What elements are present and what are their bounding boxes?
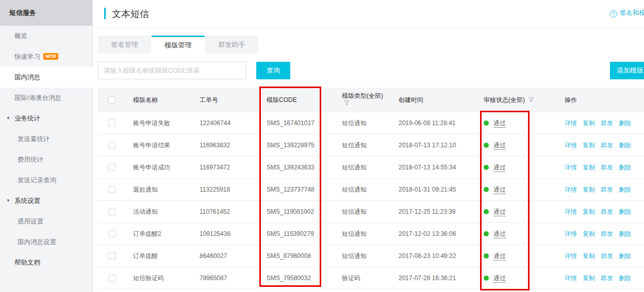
title-accent-bar bbox=[104, 8, 106, 19]
action-copy-link[interactable]: 复制 bbox=[583, 164, 595, 171]
action-detail-link[interactable]: 详情 bbox=[565, 230, 577, 237]
action-delete-link[interactable]: 删除 bbox=[619, 142, 631, 149]
action-detail-link[interactable]: 详情 bbox=[565, 164, 577, 171]
table-row: 订单提醒 86460027 SMS_87960008 短信通知 2017-08-… bbox=[98, 245, 644, 267]
action-detail-link[interactable]: 详情 bbox=[565, 186, 577, 193]
sidebar-group-business-stats[interactable]: ▼业务统计 bbox=[0, 108, 92, 129]
action-copy-link[interactable]: 复制 bbox=[583, 186, 595, 193]
status-passed-link[interactable]: 通过 bbox=[493, 230, 506, 238]
cell-created-time: 2018-07-13 17:12:10 bbox=[399, 142, 484, 149]
cell-template-type: 短信通知 bbox=[342, 208, 399, 216]
cell-actions: 详情复制群发删除 bbox=[565, 119, 644, 128]
cell-created-time: 2017-12-02 13:36:06 bbox=[399, 230, 484, 237]
action-detail-link[interactable]: 详情 bbox=[565, 208, 577, 215]
action-detail-link[interactable]: 详情 bbox=[565, 119, 577, 127]
sidebar-item-cost-stats[interactable]: 费用统计 bbox=[0, 149, 92, 170]
table-row: 账号申请结果 116963832 SMS_139228975 短信通知 2018… bbox=[98, 134, 644, 157]
row-checkbox-cell bbox=[98, 186, 133, 193]
table-body: 账号申请失败 122406744 SMS_167401017 短信通知 2019… bbox=[98, 112, 644, 289]
action-bulk-send-link[interactable]: 群发 bbox=[601, 252, 613, 260]
row-checkbox[interactable] bbox=[108, 274, 115, 282]
action-detail-link[interactable]: 详情 bbox=[565, 252, 577, 260]
action-delete-link[interactable]: 删除 bbox=[619, 252, 631, 260]
row-checkbox[interactable] bbox=[108, 164, 115, 171]
action-copy-link[interactable]: 复制 bbox=[583, 142, 595, 149]
cell-template-name: 订单提醒2 bbox=[133, 230, 200, 238]
status-passed-link[interactable]: 通过 bbox=[493, 208, 506, 216]
sidebar-item-overview[interactable]: 概览 bbox=[0, 26, 92, 46]
tab-template-management[interactable]: 模版管理 bbox=[152, 36, 205, 54]
action-bulk-send-link[interactable]: 群发 bbox=[601, 164, 613, 171]
action-detail-link[interactable]: 详情 bbox=[565, 142, 577, 149]
add-template-button[interactable]: 添加模版 bbox=[610, 62, 644, 79]
action-bulk-send-link[interactable]: 群发 bbox=[601, 186, 613, 193]
status-passed-link[interactable]: 通过 bbox=[493, 142, 506, 150]
sidebar-item-domestic-messages[interactable]: 国内消息 bbox=[0, 67, 93, 88]
status-green-dot-icon bbox=[484, 121, 489, 126]
action-delete-link[interactable]: 删除 bbox=[619, 119, 631, 127]
action-copy-link[interactable]: 复制 bbox=[583, 230, 595, 237]
sidebar-item-help-docs[interactable]: 帮助文档 bbox=[0, 252, 92, 273]
action-delete-link[interactable]: 删除 bbox=[619, 230, 631, 237]
action-copy-link[interactable]: 复制 bbox=[583, 119, 595, 127]
cell-audit-status: 通过 bbox=[484, 141, 565, 150]
status-passed-link[interactable]: 通过 bbox=[493, 119, 506, 128]
filter-funnel-icon[interactable] bbox=[344, 100, 399, 108]
sidebar-group-system-settings[interactable]: ▼系统设置 bbox=[0, 191, 92, 211]
action-detail-link[interactable]: 详情 bbox=[565, 274, 577, 282]
cell-actions: 详情复制群发删除 bbox=[565, 208, 644, 216]
sidebar-item-domestic-message-settings[interactable]: 国内消息设置 bbox=[0, 232, 92, 252]
tab-signature-management[interactable]: 签名管理 bbox=[98, 36, 151, 54]
row-checkbox[interactable] bbox=[108, 186, 115, 193]
cell-template-name: 订单提醒 bbox=[133, 252, 200, 261]
cell-template-code: SMS_87960008 bbox=[267, 252, 342, 260]
action-delete-link[interactable]: 删除 bbox=[619, 274, 631, 282]
sidebar-item-quick-learn[interactable]: 快速学习NEW bbox=[0, 46, 92, 67]
sidebar-item-send-record-query[interactable]: 发送记录查询 bbox=[0, 170, 92, 191]
col-header-template-name: 模版名称 bbox=[133, 96, 200, 105]
filter-funnel-icon[interactable] bbox=[529, 97, 534, 104]
action-bulk-send-link[interactable]: 群发 bbox=[601, 274, 613, 282]
action-bulk-send-link[interactable]: 群发 bbox=[601, 230, 613, 237]
action-delete-link[interactable]: 删除 bbox=[619, 186, 631, 193]
action-bulk-send-link[interactable]: 群发 bbox=[601, 142, 613, 149]
sidebar-item-general-settings[interactable]: 通用设置 bbox=[0, 211, 92, 232]
sidebar: 短信服务 概览 快速学习NEW 国内消息 国际/港澳台消息 ▼业务统计 发送量统… bbox=[0, 0, 93, 292]
action-copy-link[interactable]: 复制 bbox=[583, 274, 595, 282]
cell-order-number: 110761452 bbox=[200, 208, 267, 215]
action-delete-link[interactable]: 删除 bbox=[619, 208, 631, 215]
template-table: 模版名称 工单号 模版CODE 模版类型(全部) 创建时间 审核状态(全部) 操… bbox=[98, 88, 644, 289]
action-delete-link[interactable]: 删除 bbox=[619, 164, 631, 171]
status-passed-link[interactable]: 通过 bbox=[493, 274, 506, 283]
row-checkbox[interactable] bbox=[108, 208, 115, 215]
row-checkbox[interactable] bbox=[108, 230, 115, 237]
status-green-dot-icon bbox=[484, 253, 489, 259]
cell-template-name: 账号申请结果 bbox=[133, 141, 200, 150]
cell-order-number: 116963832 bbox=[200, 142, 267, 149]
cell-created-time: 2017-12-25 11:23:39 bbox=[399, 208, 484, 215]
tab-bulk-send-assistant[interactable]: 群发助手 bbox=[205, 36, 258, 54]
col-header-created-time: 创建时间 bbox=[399, 96, 484, 105]
query-button[interactable]: 查询 bbox=[256, 62, 290, 79]
row-checkbox[interactable] bbox=[108, 142, 115, 149]
status-passed-link[interactable]: 通过 bbox=[493, 164, 506, 172]
action-bulk-send-link[interactable]: 群发 bbox=[601, 119, 613, 127]
table-row: 账号申请成功 116973472 SMS_139243633 短信通知 2018… bbox=[98, 157, 644, 179]
status-passed-link[interactable]: 通过 bbox=[493, 252, 506, 261]
cell-order-number: 116973472 bbox=[200, 164, 267, 171]
table-row: 短信验证码 78965087 SMS_79580032 验证码 2017-07-… bbox=[98, 267, 644, 289]
action-copy-link[interactable]: 复制 bbox=[583, 252, 595, 260]
cell-order-number: 113225918 bbox=[200, 186, 267, 193]
action-copy-link[interactable]: 复制 bbox=[583, 208, 595, 215]
row-checkbox[interactable] bbox=[108, 119, 115, 127]
sidebar-item-send-volume-stats[interactable]: 发送量统计 bbox=[0, 129, 92, 149]
sidebar-item-intl-messages[interactable]: 国际/港澳台消息 bbox=[0, 88, 92, 108]
action-bulk-send-link[interactable]: 群发 bbox=[601, 208, 613, 215]
status-passed-link[interactable]: 通过 bbox=[493, 186, 506, 194]
table-row: 订单提醒2 109125436 SMS_115390279 短信通知 2017-… bbox=[98, 223, 644, 245]
select-all-checkbox[interactable] bbox=[108, 96, 115, 104]
signature-template-help-link[interactable]: ?签名和模板 bbox=[610, 9, 644, 18]
template-search-input[interactable] bbox=[98, 62, 246, 79]
row-checkbox[interactable] bbox=[108, 252, 115, 260]
cell-audit-status: 通过 bbox=[484, 252, 565, 261]
